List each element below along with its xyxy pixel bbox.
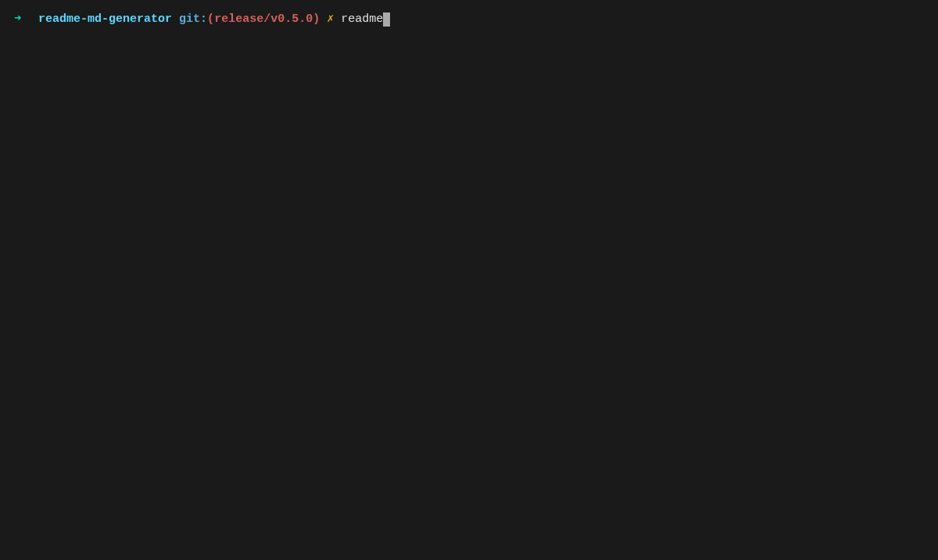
prompt-dirty-icon: ✗ [327, 11, 334, 29]
command-input[interactable]: readme [341, 11, 383, 29]
prompt-git-label: git: [179, 11, 207, 29]
prompt-git-branch: release/v0.5.0 [214, 11, 313, 29]
prompt-directory: readme-md-generator [38, 11, 172, 29]
prompt-paren-close: ) [313, 11, 320, 29]
prompt-arrow-icon: ➜ [14, 11, 21, 29]
prompt-paren-open: ( [207, 11, 214, 29]
terminal-prompt-line[interactable]: ➜ readme-md-generator git: ( release/v0.… [14, 11, 924, 29]
terminal-cursor [383, 12, 390, 27]
